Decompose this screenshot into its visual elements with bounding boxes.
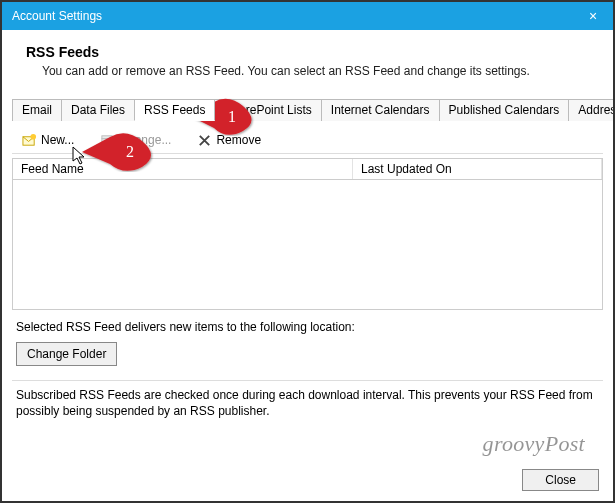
tab-label: Address Books bbox=[578, 103, 615, 117]
close-button[interactable]: Close bbox=[522, 469, 599, 491]
change-button-label: Change... bbox=[119, 133, 171, 147]
window-title: Account Settings bbox=[12, 9, 102, 23]
tab-data-files[interactable]: Data Files bbox=[61, 99, 135, 121]
list-header: Feed Name Last Updated On bbox=[12, 158, 603, 180]
dialog-header: RSS Feeds You can add or remove an RSS F… bbox=[2, 30, 613, 90]
tab-label: Internet Calendars bbox=[331, 103, 430, 117]
tab-label: Data Files bbox=[71, 103, 125, 117]
window-close-button[interactable]: × bbox=[573, 2, 613, 30]
change-folder-label: Change Folder bbox=[27, 347, 106, 361]
dialog-footer: Close bbox=[522, 469, 599, 491]
tab-label: RSS Feeds bbox=[144, 103, 205, 117]
new-button[interactable]: New... bbox=[18, 131, 78, 149]
tab-internet-calendars[interactable]: Internet Calendars bbox=[321, 99, 440, 121]
remove-icon bbox=[197, 133, 212, 147]
svg-rect-3 bbox=[102, 136, 112, 139]
note-text: Subscribed RSS Feeds are checked once du… bbox=[16, 387, 599, 419]
location-text: Selected RSS Feed delivers new items to … bbox=[16, 320, 599, 334]
feed-list[interactable] bbox=[12, 180, 603, 310]
tab-label: Email bbox=[22, 103, 52, 117]
toolbar: New... Change... Remove bbox=[12, 127, 603, 154]
column-feed-name[interactable]: Feed Name bbox=[13, 159, 353, 179]
svg-rect-2 bbox=[102, 139, 112, 147]
tab-rss-feeds[interactable]: RSS Feeds bbox=[134, 99, 215, 121]
watermark: groovyPost bbox=[483, 431, 585, 457]
tab-address-books[interactable]: Address Books bbox=[568, 99, 615, 121]
tab-label: Published Calendars bbox=[449, 103, 560, 117]
tab-email[interactable]: Email bbox=[12, 99, 62, 121]
change-folder-button[interactable]: Change Folder bbox=[16, 342, 117, 366]
column-last-updated[interactable]: Last Updated On bbox=[353, 159, 602, 179]
tab-published-calendars[interactable]: Published Calendars bbox=[439, 99, 570, 121]
change-button: Change... bbox=[96, 131, 175, 149]
close-button-label: Close bbox=[545, 473, 576, 487]
new-icon bbox=[22, 133, 37, 147]
new-button-label: New... bbox=[41, 133, 74, 147]
divider bbox=[12, 380, 603, 381]
remove-button-label: Remove bbox=[216, 133, 261, 147]
close-icon: × bbox=[589, 8, 597, 24]
tabs-container: Email Data Files RSS Feeds SharePoint Li… bbox=[12, 98, 603, 121]
header-heading: RSS Feeds bbox=[26, 44, 589, 60]
tab-sharepoint-lists[interactable]: SharePoint Lists bbox=[214, 99, 321, 121]
change-icon bbox=[100, 133, 115, 147]
remove-button[interactable]: Remove bbox=[193, 131, 265, 149]
tab-label: SharePoint Lists bbox=[224, 103, 311, 117]
header-subhead: You can add or remove an RSS Feed. You c… bbox=[42, 64, 589, 78]
tabs: Email Data Files RSS Feeds SharePoint Li… bbox=[12, 98, 603, 120]
svg-point-1 bbox=[30, 134, 36, 140]
title-bar: Account Settings × bbox=[2, 2, 613, 30]
